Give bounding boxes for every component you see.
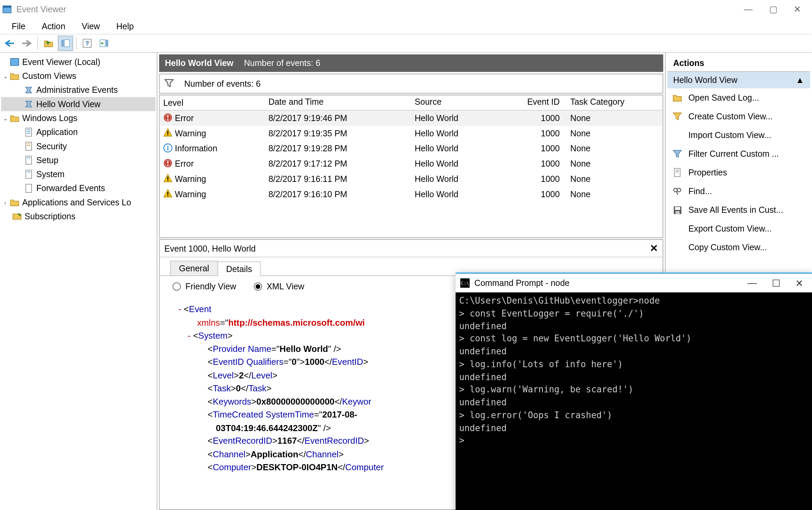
svg-rect-27 — [167, 119, 168, 120]
svg-text:?: ? — [85, 40, 89, 47]
table-row[interactable]: Warning8/2/2017 9:16:11 PMHello World100… — [160, 171, 663, 187]
filter-count: Number of events: 6 — [184, 79, 261, 88]
table-row[interactable]: Warning8/2/2017 9:16:10 PMHello World100… — [160, 187, 663, 202]
detail-title: Event 1000, Hello World — [164, 243, 256, 253]
maximize-button[interactable]: ▢ — [769, 4, 777, 15]
collapse-icon: ▲ — [796, 75, 804, 85]
svg-rect-1 — [3, 6, 11, 7]
action-item[interactable]: Save All Events in Cust... — [667, 201, 810, 219]
tab-general[interactable]: General — [170, 261, 218, 275]
navigation-tree: Event Viewer (Local) ⌄Custom Views Admin… — [0, 53, 157, 510]
svg-rect-3 — [64, 40, 69, 47]
actions-title: Actions — [667, 54, 810, 72]
radio-xml-view[interactable]: XML View — [254, 282, 304, 291]
save-icon — [672, 205, 682, 215]
table-row[interactable]: Information8/2/2017 9:19:28 PMHello Worl… — [160, 141, 663, 156]
col-level[interactable]: Level — [160, 95, 265, 110]
action-item[interactable]: Find... — [667, 182, 810, 201]
error-icon — [163, 113, 173, 124]
table-row[interactable]: Error8/2/2017 9:19:46 PMHello World1000N… — [160, 111, 663, 126]
action-item[interactable]: Properties — [667, 163, 810, 182]
blank-icon — [672, 131, 682, 140]
info-icon — [163, 143, 173, 154]
menu-view[interactable]: View — [75, 20, 107, 32]
menu-action[interactable]: Action — [35, 20, 72, 32]
folder-icon — [672, 93, 682, 102]
warn-icon — [163, 128, 173, 139]
col-source[interactable]: Source — [411, 95, 505, 110]
menu-help[interactable]: Help — [109, 20, 141, 32]
svg-rect-2 — [62, 40, 64, 47]
tab-details[interactable]: Details — [217, 261, 261, 276]
filter-bar: Number of events: 6 — [159, 74, 663, 94]
col-task[interactable]: Task Category — [563, 95, 633, 110]
action-pane-button[interactable] — [97, 36, 112, 51]
app-icon — [2, 5, 12, 14]
cmd-icon: C:\ — [460, 278, 470, 288]
svg-rect-14 — [26, 142, 32, 150]
funnel-icon — [164, 79, 174, 88]
command-prompt-window[interactable]: C:\ Command Prompt - node — ☐ ✕ C:\Users… — [456, 273, 812, 510]
tree-root[interactable]: Event Viewer (Local) — [1, 55, 155, 69]
view-header: Hello World View Number of events: 6 — [159, 54, 663, 72]
action-item[interactable]: Import Custom View... — [667, 126, 810, 144]
tree-security[interactable]: Security — [1, 139, 155, 153]
cmd-close-button[interactable]: ✕ — [795, 277, 803, 289]
svg-rect-39 — [167, 180, 168, 181]
tree-setup[interactable]: Setup — [1, 153, 155, 167]
svg-rect-49 — [675, 207, 680, 210]
cmd-minimize-button[interactable]: — — [747, 277, 757, 289]
warn-icon — [163, 173, 173, 185]
blank-icon — [672, 243, 682, 252]
tree-windows-logs[interactable]: ⌄Windows Logs — [1, 111, 155, 125]
cmd-maximize-button[interactable]: ☐ — [772, 277, 780, 289]
col-date[interactable]: Date and Time — [265, 95, 411, 110]
error-icon — [163, 158, 173, 169]
svg-rect-7 — [106, 40, 108, 47]
svg-rect-28 — [167, 131, 168, 134]
show-tree-button[interactable] — [58, 36, 73, 51]
svg-rect-17 — [26, 156, 32, 164]
find-icon — [672, 187, 682, 196]
menu-file[interactable]: File — [5, 20, 32, 32]
action-item[interactable]: Export Custom View... — [667, 219, 810, 238]
back-button[interactable] — [2, 36, 18, 51]
cmd-titlebar[interactable]: C:\ Command Prompt - node — ☐ ✕ — [456, 274, 812, 292]
tree-apps-services[interactable]: ›Applications and Services Lo — [1, 195, 155, 209]
up-button[interactable] — [41, 36, 56, 51]
col-eventid[interactable]: Event ID — [505, 95, 563, 110]
tree-admin-events[interactable]: Administrative Events — [1, 83, 155, 97]
cmd-output[interactable]: C:\Users\Denis\GitHub\eventlogger>node >… — [456, 292, 812, 510]
svg-rect-29 — [167, 134, 168, 135]
svg-line-47 — [677, 192, 678, 195]
svg-rect-32 — [167, 145, 168, 146]
actions-section-header[interactable]: Hello World View ▲ — [667, 72, 810, 88]
forward-button[interactable] — [19, 36, 35, 51]
tree-application[interactable]: Application — [1, 125, 155, 139]
window-titlebar: Event Viewer — ▢ ✕ — [0, 0, 812, 19]
svg-rect-19 — [26, 170, 32, 178]
minimize-button[interactable]: — — [744, 4, 753, 15]
close-detail-button[interactable]: ✕ — [650, 242, 658, 254]
table-row[interactable]: Warning8/2/2017 9:19:35 PMHello World100… — [160, 126, 663, 141]
table-row[interactable]: Error8/2/2017 9:17:12 PMHello World1000N… — [160, 156, 663, 171]
action-item[interactable]: Filter Current Custom ... — [667, 144, 810, 163]
tree-custom-views[interactable]: ⌄Custom Views — [1, 69, 155, 83]
action-item[interactable]: Create Custom View... — [667, 107, 810, 126]
close-button[interactable]: ✕ — [794, 4, 801, 15]
svg-point-45 — [674, 188, 677, 192]
tree-subscriptions[interactable]: Subscriptions — [1, 209, 155, 223]
svg-point-46 — [677, 188, 681, 192]
filter-icon — [672, 149, 682, 159]
funnel-icon — [672, 112, 682, 121]
svg-rect-42 — [674, 168, 680, 176]
help-button[interactable]: ? — [80, 36, 95, 51]
view-event-count: Number of events: 6 — [244, 58, 320, 68]
action-item[interactable]: Copy Custom View... — [667, 238, 810, 257]
tree-forwarded[interactable]: Forwarded Events — [1, 181, 155, 195]
tree-system[interactable]: System — [1, 167, 155, 181]
svg-rect-10 — [26, 128, 32, 136]
radio-friendly-view[interactable]: Friendly View — [172, 282, 236, 291]
action-item[interactable]: Open Saved Log... — [667, 88, 810, 107]
tree-hello-world-view[interactable]: Hello World View — [1, 97, 155, 111]
